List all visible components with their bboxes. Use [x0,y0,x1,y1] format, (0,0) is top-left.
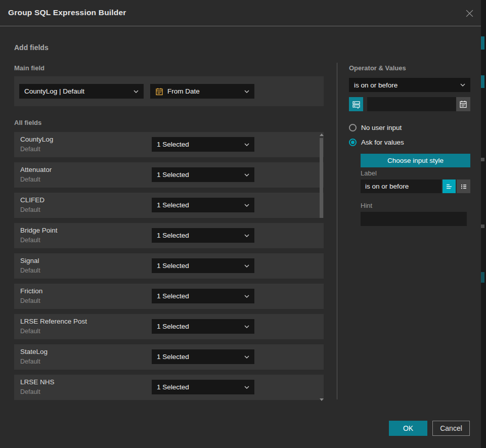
field-values-select[interactable]: 1 Selected [152,137,254,152]
field-row: CLIFED Default 1 Selected [14,193,324,218]
field-subtitle: Default [20,358,40,365]
field-values-select-value: 1 Selected [157,383,240,391]
chevron-down-icon [244,234,249,237]
chevron-down-icon [244,386,249,389]
dialog-titlebar: Group SQL Expression Builder [0,0,481,26]
chevron-down-icon [460,83,465,86]
group-sql-expression-builder-dialog: Group SQL Expression Builder Add fields … [0,0,481,448]
main-layer-select[interactable]: CountyLog | Default [19,84,144,99]
radio-no-user-input-label: No user input [361,124,402,131]
ok-button[interactable]: OK [389,421,427,436]
field-row: LRSE NHS Default 1 Selected [14,375,324,400]
label-caption: Label [361,169,377,177]
field-row: Attenuator Default 1 Selected [14,162,324,188]
field-values-select-value: 1 Selected [157,171,240,178]
field-values-select-value: 1 Selected [157,323,240,330]
field-values-select[interactable]: 1 Selected [152,228,254,243]
main-field-select[interactable]: From Date [150,84,254,99]
calendar-icon [155,87,163,96]
field-values-select-value: 1 Selected [157,232,240,239]
field-name: StateLog [20,348,48,355]
hint-input[interactable] [361,212,467,226]
radio-circle-icon [349,124,357,131]
background-fragment [481,225,484,228]
field-name: Signal [20,257,39,264]
field-row: CountyLog Default 1 Selected [14,132,324,157]
operator-values-heading: Operator & Values [349,64,406,72]
field-name: CLIFED [20,196,45,204]
radio-ask-for-values[interactable]: Ask for values [349,139,404,146]
radio-no-user-input[interactable]: No user input [349,124,402,131]
field-name: Friction [20,287,42,295]
hint-caption: Hint [361,202,372,209]
label-input[interactable] [361,180,441,193]
set-from-data-button[interactable] [349,97,363,111]
field-values-select-value: 1 Selected [157,292,240,300]
chevron-down-icon [244,143,249,146]
field-subtitle: Default [20,297,40,304]
radio-ask-for-values-label: Ask for values [361,139,404,146]
field-values-select[interactable]: 1 Selected [152,289,254,303]
field-values-select[interactable]: 1 Selected [152,319,254,334]
radio-selected-icon [349,139,357,146]
field-subtitle: Default [20,328,40,335]
field-subtitle: Default [20,388,40,395]
field-row: Signal Default 1 Selected [14,253,324,279]
field-values-select-value: 1 Selected [157,262,240,270]
field-subtitle: Default [20,237,40,244]
field-subtitle: Default [20,267,40,274]
set-from-data-icon [352,100,361,109]
field-row: StateLog Default 1 Selected [14,344,324,370]
field-values-select-value: 1 Selected [157,201,240,209]
scrollbar-thumb[interactable] [320,138,323,218]
main-layer-select-value: CountyLog | Default [24,87,129,95]
field-values-select[interactable]: 1 Selected [152,258,254,273]
chevron-down-icon [244,264,249,267]
background-fragment [481,158,484,161]
field-name: LRSE Reference Post [20,318,87,325]
main-field-select-value: From Date [167,87,240,95]
field-row: LRSE Reference Post Default 1 Selected [14,314,324,339]
field-name: LRSE NHS [20,378,55,386]
close-button[interactable] [463,7,476,20]
field-subtitle: Default [20,206,40,213]
value-date-input[interactable] [367,97,456,111]
all-fields-heading: All fields [14,119,41,126]
field-values-select[interactable]: 1 Selected [152,167,254,182]
field-row: Friction Default 1 Selected [14,284,324,309]
field-name: Bridge Point [20,227,58,234]
field-name: CountyLog [20,136,53,143]
main-field-heading: Main field [14,64,45,72]
scrollbar-up-arrow[interactable] [320,133,324,136]
operator-select[interactable]: is on or before [349,78,470,92]
chevron-down-icon [244,173,249,176]
field-subtitle: Default [20,176,40,183]
chevron-down-icon [244,90,249,93]
field-values-select[interactable]: 1 Selected [152,349,254,364]
scrollbar-down-arrow[interactable] [320,398,324,401]
calendar-icon [459,100,467,108]
close-icon [465,9,474,18]
input-style-text-button[interactable] [443,180,456,193]
chevron-down-icon [244,355,249,359]
background-fragment [481,36,484,50]
cancel-button[interactable]: Cancel [432,421,470,436]
main-field-row: CountyLog | Default From Date [14,76,324,106]
chevron-down-icon [244,295,249,298]
field-name: Attenuator [20,166,52,173]
bulleted-list-icon [460,183,468,191]
field-values-select-value: 1 Selected [157,141,240,148]
chevron-down-icon [244,325,249,328]
fields-list-scrollbar [319,132,325,402]
input-style-list-button[interactable] [457,180,470,193]
field-values-select[interactable]: 1 Selected [152,198,254,212]
chevron-down-icon [244,204,249,207]
field-values-select[interactable]: 1 Selected [152,380,254,394]
choose-input-style-button[interactable]: Choose input style [361,154,470,167]
date-picker-button[interactable] [456,97,470,111]
dialog-title: Group SQL Expression Builder [8,8,126,17]
field-values-select-value: 1 Selected [157,353,240,361]
background-app-sliver [481,0,486,448]
background-fragment [481,272,484,283]
field-subtitle: Default [20,146,40,153]
